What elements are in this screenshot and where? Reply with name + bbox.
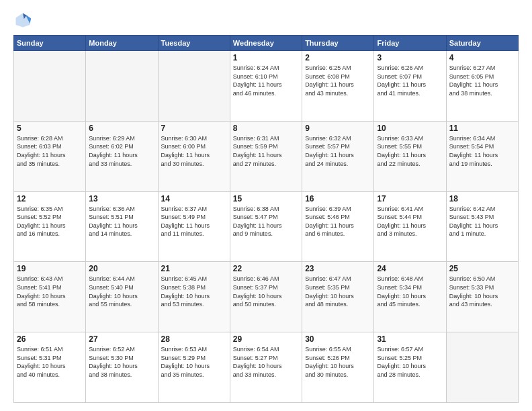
calendar-cell: 23Sunrise: 6:47 AM Sunset: 5:35 PM Dayli… — [302, 262, 374, 332]
day-info: Sunrise: 6:34 AM Sunset: 5:54 PM Dayligh… — [449, 134, 515, 168]
calendar-week-2: 5Sunrise: 6:28 AM Sunset: 6:03 PM Daylig… — [14, 121, 519, 191]
weekday-header-monday: Monday — [86, 36, 158, 51]
calendar-week-3: 12Sunrise: 6:35 AM Sunset: 5:52 PM Dayli… — [14, 191, 519, 262]
calendar-cell: 2Sunrise: 6:25 AM Sunset: 6:08 PM Daylig… — [302, 51, 374, 122]
day-number: 1 — [233, 53, 299, 62]
day-number: 3 — [377, 53, 443, 62]
calendar-cell: 4Sunrise: 6:27 AM Sunset: 6:05 PM Daylig… — [446, 51, 518, 122]
day-info: Sunrise: 6:27 AM Sunset: 6:05 PM Dayligh… — [449, 64, 515, 97]
calendar-cell: 25Sunrise: 6:50 AM Sunset: 5:33 PM Dayli… — [446, 262, 518, 332]
weekday-header-wednesday: Wednesday — [230, 36, 302, 51]
calendar-week-5: 26Sunrise: 6:51 AM Sunset: 5:31 PM Dayli… — [14, 332, 519, 403]
calendar-cell: 30Sunrise: 6:55 AM Sunset: 5:26 PM Dayli… — [302, 332, 374, 403]
day-info: Sunrise: 6:57 AM Sunset: 5:25 PM Dayligh… — [377, 345, 443, 379]
calendar-cell: 31Sunrise: 6:57 AM Sunset: 5:25 PM Dayli… — [374, 332, 446, 403]
calendar-cell — [158, 51, 230, 122]
calendar-cell: 6Sunrise: 6:29 AM Sunset: 6:02 PM Daylig… — [86, 121, 158, 191]
day-number: 8 — [233, 124, 299, 133]
calendar-cell: 1Sunrise: 6:24 AM Sunset: 6:10 PM Daylig… — [230, 51, 302, 122]
calendar-cell: 14Sunrise: 6:37 AM Sunset: 5:49 PM Dayli… — [158, 191, 230, 262]
calendar-cell: 18Sunrise: 6:42 AM Sunset: 5:43 PM Dayli… — [446, 191, 518, 262]
calendar-cell: 20Sunrise: 6:44 AM Sunset: 5:40 PM Dayli… — [86, 262, 158, 332]
day-number: 22 — [233, 264, 299, 273]
calendar-cell: 5Sunrise: 6:28 AM Sunset: 6:03 PM Daylig… — [14, 121, 86, 191]
day-info: Sunrise: 6:51 AM Sunset: 5:31 PM Dayligh… — [17, 345, 83, 379]
calendar-cell: 17Sunrise: 6:41 AM Sunset: 5:44 PM Dayli… — [374, 191, 446, 262]
day-info: Sunrise: 6:29 AM Sunset: 6:02 PM Dayligh… — [89, 134, 154, 168]
calendar-cell: 29Sunrise: 6:54 AM Sunset: 5:27 PM Dayli… — [230, 332, 302, 403]
day-info: Sunrise: 6:47 AM Sunset: 5:35 PM Dayligh… — [305, 275, 371, 308]
day-info: Sunrise: 6:24 AM Sunset: 6:10 PM Dayligh… — [233, 64, 299, 97]
day-info: Sunrise: 6:52 AM Sunset: 5:30 PM Dayligh… — [89, 345, 154, 379]
day-info: Sunrise: 6:32 AM Sunset: 5:57 PM Dayligh… — [305, 134, 371, 168]
calendar-cell: 10Sunrise: 6:33 AM Sunset: 5:55 PM Dayli… — [374, 121, 446, 191]
day-number: 23 — [305, 264, 371, 273]
day-info: Sunrise: 6:35 AM Sunset: 5:52 PM Dayligh… — [17, 205, 83, 238]
day-info: Sunrise: 6:44 AM Sunset: 5:40 PM Dayligh… — [89, 275, 154, 308]
day-info: Sunrise: 6:55 AM Sunset: 5:26 PM Dayligh… — [305, 345, 371, 379]
header — [13, 11, 519, 30]
day-number: 20 — [89, 264, 154, 273]
day-number: 27 — [89, 334, 154, 344]
calendar-cell: 16Sunrise: 6:39 AM Sunset: 5:46 PM Dayli… — [302, 191, 374, 262]
calendar-cell: 22Sunrise: 6:46 AM Sunset: 5:37 PM Dayli… — [230, 262, 302, 332]
day-number: 17 — [377, 194, 443, 203]
day-info: Sunrise: 6:41 AM Sunset: 5:44 PM Dayligh… — [377, 205, 443, 238]
day-number: 28 — [161, 334, 227, 344]
calendar-cell: 19Sunrise: 6:43 AM Sunset: 5:41 PM Dayli… — [14, 262, 86, 332]
day-number: 18 — [449, 194, 515, 203]
calendar-cell: 28Sunrise: 6:53 AM Sunset: 5:29 PM Dayli… — [158, 332, 230, 403]
day-number: 30 — [305, 334, 371, 344]
weekday-header-thursday: Thursday — [302, 36, 374, 51]
calendar-cell: 15Sunrise: 6:38 AM Sunset: 5:47 PM Dayli… — [230, 191, 302, 262]
day-number: 29 — [233, 334, 299, 344]
calendar-cell: 7Sunrise: 6:30 AM Sunset: 6:00 PM Daylig… — [158, 121, 230, 191]
day-number: 4 — [449, 53, 515, 62]
day-info: Sunrise: 6:50 AM Sunset: 5:33 PM Dayligh… — [449, 275, 515, 308]
svg-marker-0 — [16, 13, 30, 28]
day-number: 10 — [377, 124, 443, 133]
day-info: Sunrise: 6:38 AM Sunset: 5:47 PM Dayligh… — [233, 205, 299, 238]
logo-icon — [13, 11, 32, 30]
calendar-cell — [446, 332, 518, 403]
day-info: Sunrise: 6:43 AM Sunset: 5:41 PM Dayligh… — [17, 275, 83, 308]
weekday-header-saturday: Saturday — [446, 36, 518, 51]
day-number: 5 — [17, 124, 83, 133]
day-info: Sunrise: 6:37 AM Sunset: 5:49 PM Dayligh… — [161, 205, 227, 238]
day-number: 14 — [161, 194, 227, 203]
weekday-header-tuesday: Tuesday — [158, 36, 230, 51]
day-info: Sunrise: 6:36 AM Sunset: 5:51 PM Dayligh… — [89, 205, 154, 238]
day-number: 31 — [377, 334, 443, 344]
weekday-header-friday: Friday — [374, 36, 446, 51]
calendar-cell: 8Sunrise: 6:31 AM Sunset: 5:59 PM Daylig… — [230, 121, 302, 191]
calendar-cell: 21Sunrise: 6:45 AM Sunset: 5:38 PM Dayli… — [158, 262, 230, 332]
day-info: Sunrise: 6:39 AM Sunset: 5:46 PM Dayligh… — [305, 205, 371, 238]
day-number: 13 — [89, 194, 154, 203]
calendar-cell: 26Sunrise: 6:51 AM Sunset: 5:31 PM Dayli… — [14, 332, 86, 403]
day-info: Sunrise: 6:31 AM Sunset: 5:59 PM Dayligh… — [233, 134, 299, 168]
day-number: 6 — [89, 124, 154, 133]
calendar-cell: 27Sunrise: 6:52 AM Sunset: 5:30 PM Dayli… — [86, 332, 158, 403]
day-number: 12 — [17, 194, 83, 203]
day-number: 15 — [233, 194, 299, 203]
day-number: 25 — [449, 264, 515, 273]
calendar-cell: 9Sunrise: 6:32 AM Sunset: 5:57 PM Daylig… — [302, 121, 374, 191]
calendar-cell: 11Sunrise: 6:34 AM Sunset: 5:54 PM Dayli… — [446, 121, 518, 191]
calendar-week-1: 1Sunrise: 6:24 AM Sunset: 6:10 PM Daylig… — [14, 51, 519, 122]
calendar-cell: 3Sunrise: 6:26 AM Sunset: 6:07 PM Daylig… — [374, 51, 446, 122]
calendar-header-row: SundayMondayTuesdayWednesdayThursdayFrid… — [14, 36, 519, 51]
day-number: 9 — [305, 124, 371, 133]
day-number: 19 — [17, 264, 83, 273]
day-info: Sunrise: 6:25 AM Sunset: 6:08 PM Dayligh… — [305, 64, 371, 97]
day-info: Sunrise: 6:46 AM Sunset: 5:37 PM Dayligh… — [233, 275, 299, 308]
day-number: 24 — [377, 264, 443, 273]
day-info: Sunrise: 6:26 AM Sunset: 6:07 PM Dayligh… — [377, 64, 443, 97]
day-info: Sunrise: 6:42 AM Sunset: 5:43 PM Dayligh… — [449, 205, 515, 238]
day-info: Sunrise: 6:54 AM Sunset: 5:27 PM Dayligh… — [233, 345, 299, 379]
calendar-cell: 24Sunrise: 6:48 AM Sunset: 5:34 PM Dayli… — [374, 262, 446, 332]
day-number: 26 — [17, 334, 83, 344]
calendar-cell — [14, 51, 86, 122]
weekday-header-sunday: Sunday — [14, 36, 86, 51]
calendar-table: SundayMondayTuesdayWednesdayThursdayFrid… — [13, 35, 519, 403]
page: SundayMondayTuesdayWednesdayThursdayFrid… — [0, 0, 532, 411]
